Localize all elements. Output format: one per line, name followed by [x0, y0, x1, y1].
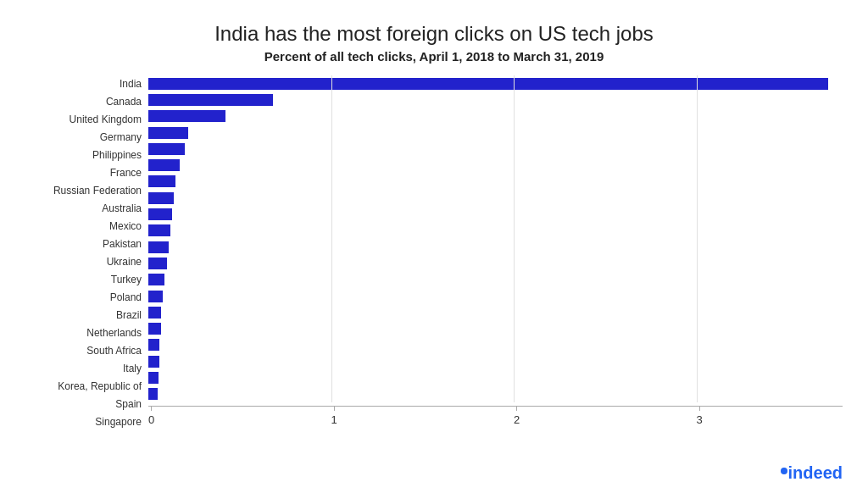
indeed-logo-text: indeed [788, 463, 843, 483]
bar [148, 110, 225, 122]
x-tick-line [516, 407, 517, 411]
bar [148, 127, 188, 139]
grid-line [331, 75, 332, 402]
bar [148, 339, 159, 351]
bar [148, 291, 163, 302]
y-label: Russian Federation [53, 183, 142, 200]
x-tick: 2 [514, 407, 520, 426]
x-axis: 0123 [148, 406, 843, 431]
bar-row [148, 256, 843, 271]
bar [148, 143, 185, 155]
bars-area [148, 75, 843, 402]
grid-line [697, 75, 698, 402]
bar-row [148, 174, 843, 189]
bar-row [148, 272, 843, 287]
bar-row [148, 92, 843, 108]
bar [148, 323, 161, 335]
indeed-logo: indeed [781, 463, 843, 483]
y-label: Germany [100, 130, 142, 147]
chart-area: IndiaCanadaUnited KingdomGermanyPhilippi… [25, 75, 843, 431]
x-tick: 0 [148, 407, 154, 426]
bar [148, 372, 159, 384]
y-label: Turkey [111, 272, 142, 289]
y-label: Philippines [92, 147, 142, 164]
chart-title: India has the most foreign clicks on US … [25, 22, 843, 46]
bar-row [148, 321, 843, 336]
y-label: Australia [102, 201, 142, 218]
y-label: Italy [123, 361, 142, 378]
bar [148, 224, 170, 236]
y-label: Pakistan [103, 236, 142, 253]
y-label: Netherlands [86, 325, 142, 342]
bar [148, 388, 158, 400]
x-tick-label: 3 [697, 413, 703, 426]
y-label: United Kingdom [70, 112, 142, 129]
bar [148, 274, 164, 285]
bar-row [148, 141, 843, 157]
y-label: Mexico [109, 219, 142, 235]
y-axis-labels: IndiaCanadaUnited KingdomGermanyPhilippi… [25, 75, 148, 431]
bar [148, 159, 180, 171]
chart-container: India has the most foreign clicks on US … [0, 0, 868, 493]
bar [148, 356, 159, 368]
bar [148, 258, 167, 269]
y-label: Canada [106, 94, 142, 111]
bar-row [148, 76, 843, 91]
bar-row [148, 337, 843, 352]
y-label: Poland [110, 290, 142, 307]
bar-row [148, 370, 843, 385]
bar [148, 208, 172, 220]
bar-row [148, 240, 843, 255]
bar [148, 175, 175, 187]
bar-row [148, 223, 843, 238]
bar-row [148, 125, 843, 141]
bar-row [148, 207, 843, 222]
bars-and-xaxis: 0123 [148, 75, 843, 431]
y-label: India [120, 76, 142, 93]
chart-subtitle: Percent of all tech clicks, April 1, 201… [25, 49, 843, 64]
bar-row [148, 289, 843, 304]
y-label: Spain [115, 396, 142, 413]
x-tick-label: 0 [148, 413, 154, 426]
y-label: Singapore [95, 414, 142, 431]
y-label: Korea, Republic of [58, 379, 142, 396]
y-label: Ukraine [107, 254, 142, 271]
bar-row [148, 158, 843, 173]
bar-row [148, 191, 843, 206]
bar-row [148, 305, 843, 320]
x-tick-label: 2 [514, 413, 520, 426]
x-tick-line [151, 407, 152, 411]
x-tick: 3 [697, 407, 703, 426]
grid-line [514, 75, 515, 402]
bar [148, 78, 828, 90]
bar-row [148, 108, 843, 124]
indeed-dot-icon [781, 468, 787, 474]
bar-row [148, 386, 843, 402]
x-tick: 1 [331, 407, 337, 426]
x-tick-line [334, 407, 335, 411]
bar [148, 241, 169, 253]
bar [148, 192, 174, 204]
y-label: Brazil [116, 307, 142, 324]
x-tick-label: 1 [331, 413, 337, 426]
y-label: France [110, 165, 142, 182]
x-tick-line [699, 407, 700, 411]
bar [148, 94, 273, 106]
bar [148, 307, 161, 319]
y-label: South Africa [86, 343, 142, 360]
bar-row [148, 354, 843, 369]
